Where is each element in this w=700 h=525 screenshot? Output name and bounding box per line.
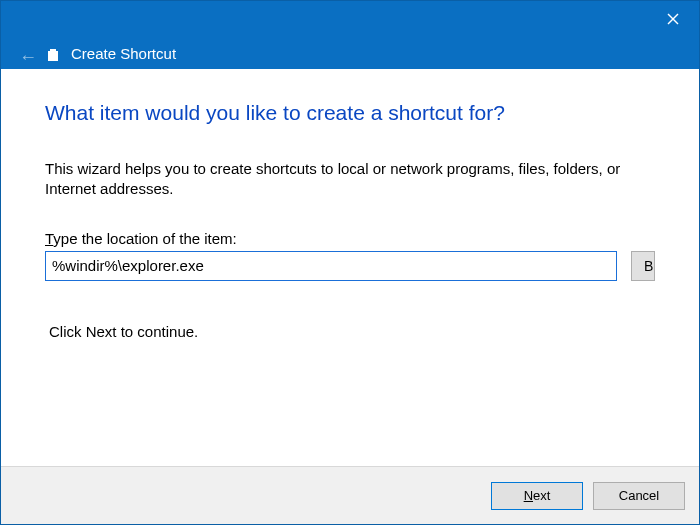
back-arrow-icon: ← bbox=[19, 47, 37, 68]
close-button[interactable] bbox=[661, 7, 685, 31]
window-title: Create Shortcut bbox=[71, 45, 176, 62]
page-heading: What item would you like to create a sho… bbox=[45, 101, 655, 125]
footer: Next Cancel bbox=[1, 466, 699, 524]
location-row: Browse... bbox=[45, 251, 655, 281]
close-icon bbox=[667, 13, 679, 25]
cancel-button[interactable]: Cancel bbox=[593, 482, 685, 510]
location-label: Type the location of the item: bbox=[45, 230, 655, 247]
wizard-description: This wizard helps you to create shortcut… bbox=[45, 159, 655, 200]
next-button[interactable]: Next bbox=[491, 482, 583, 510]
content-area: What item would you like to create a sho… bbox=[1, 69, 699, 466]
browse-button[interactable]: Browse... bbox=[631, 251, 655, 281]
create-shortcut-wizard: ← Create Shortcut What item would you li… bbox=[0, 0, 700, 525]
continue-hint: Click Next to continue. bbox=[45, 323, 655, 340]
titlebar: ← Create Shortcut bbox=[1, 1, 699, 69]
shortcut-icon bbox=[48, 51, 58, 61]
location-input[interactable] bbox=[45, 251, 617, 281]
